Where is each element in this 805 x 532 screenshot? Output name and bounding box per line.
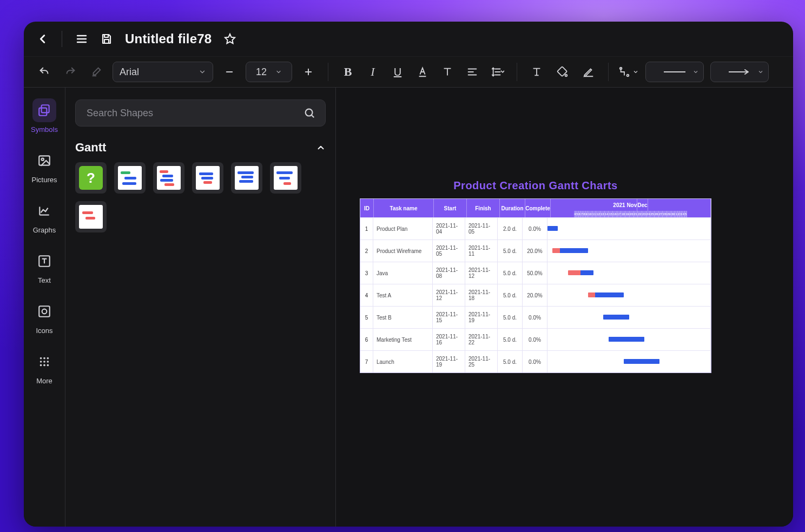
menu-button[interactable] <box>75 32 88 45</box>
day-tick: 13 <box>601 211 605 217</box>
file-title[interactable]: Untitled file78 <box>125 31 212 46</box>
pen-button[interactable] <box>579 62 598 82</box>
search-input[interactable] <box>85 107 296 119</box>
svg-point-28 <box>42 158 44 161</box>
gantt-row[interactable]: 7Launch2021-11-192021-11-255.0 d.0.0% <box>360 350 711 373</box>
gantt-row[interactable]: 6Marketing Test2021-11-162021-11-225.0 d… <box>360 328 711 350</box>
search-icon <box>303 107 315 119</box>
gantt-row[interactable]: 4Test A2021-11-122021-11-185.0 d.20.0% <box>360 284 711 306</box>
col-finish: Finish <box>467 199 500 217</box>
bold-button[interactable]: B <box>338 62 358 82</box>
rail-item-pictures[interactable]: Pictures <box>32 149 57 184</box>
rail-item-graphs[interactable]: Graphs <box>32 199 56 234</box>
insert-text-button[interactable] <box>527 62 546 82</box>
cell-id: 2 <box>360 240 373 262</box>
col-complete: Complete <box>525 199 551 217</box>
svg-point-38 <box>40 364 42 367</box>
shape-gantt-2[interactable] <box>153 162 184 194</box>
text-format-button[interactable] <box>438 62 457 82</box>
format-toolbar: Arial 12 B I U <box>24 57 793 88</box>
underline-button[interactable]: U <box>388 62 407 82</box>
cell-name: Test B <box>373 307 433 328</box>
shapes-panel: Gantt ? <box>65 88 336 527</box>
cell-id: 6 <box>360 329 373 350</box>
gantt-chart[interactable]: Product Creation Gantt Charts ID Task na… <box>360 179 711 373</box>
svg-point-34 <box>47 357 49 360</box>
back-button[interactable] <box>37 33 49 45</box>
shape-gantt-3[interactable] <box>192 162 223 194</box>
line-style-select[interactable] <box>645 62 704 82</box>
svg-rect-25 <box>42 105 49 112</box>
search-shapes[interactable] <box>75 99 326 127</box>
cell-timeline <box>547 351 711 373</box>
gantt-bar[interactable] <box>603 315 629 320</box>
gantt-bar[interactable] <box>547 226 558 231</box>
more-icon <box>32 350 56 374</box>
gantt-bar[interactable] <box>624 359 659 364</box>
svg-point-32 <box>40 357 42 360</box>
rail-item-icons[interactable]: Icons <box>32 300 56 335</box>
rail-label: More <box>36 377 52 385</box>
font-increase-button[interactable] <box>299 62 318 82</box>
cell-complete: 0.0% <box>523 351 547 373</box>
day-tick: 18 <box>621 211 625 217</box>
cell-start: 2021-11-04 <box>433 218 465 240</box>
fill-button[interactable] <box>553 62 572 82</box>
cell-id: 3 <box>360 262 373 284</box>
cell-finish: 2021-11-22 <box>465 329 498 350</box>
day-tick: 5 <box>685 211 687 217</box>
cell-duration: 2.0 d. <box>498 218 523 240</box>
gantt-bar[interactable] <box>552 248 588 253</box>
cell-timeline <box>547 262 711 284</box>
day-tick: 23 <box>642 211 646 217</box>
gantt-row[interactable]: 5Test B2021-11-152021-11-195.0 d.0.0% <box>360 306 711 328</box>
cell-start: 2021-11-16 <box>433 329 465 350</box>
cell-name: Product Wireframe <box>373 240 433 262</box>
connector-button[interactable] <box>618 62 639 82</box>
format-painter-button[interactable] <box>87 62 106 82</box>
toolbar-separator <box>517 63 517 81</box>
app-window: Untitled file78 Arial 12 <box>24 22 793 527</box>
chart-title: Product Creation Gantt Charts <box>360 179 711 192</box>
gantt-row[interactable]: 3Java2021-11-082021-11-125.0 d.50.0% <box>360 262 711 284</box>
svg-point-22 <box>627 75 629 77</box>
cell-name: Product Plan <box>373 218 433 240</box>
canvas[interactable]: Product Creation Gantt Charts ID Task na… <box>336 88 793 527</box>
font-size-select[interactable]: 12 <box>246 62 292 82</box>
font-family-select[interactable]: Arial <box>113 62 213 82</box>
shape-gantt-5[interactable] <box>270 162 301 194</box>
cell-duration: 5.0 d. <box>498 284 523 306</box>
chevron-down-icon <box>275 69 282 75</box>
shape-help[interactable]: ? <box>75 162 107 194</box>
save-button[interactable] <box>100 32 113 45</box>
col-name: Task name <box>374 199 434 217</box>
graphs-icon <box>32 199 56 223</box>
shape-gantt-1[interactable] <box>114 162 146 194</box>
category-header[interactable]: Gantt <box>75 141 326 155</box>
font-decrease-button[interactable] <box>220 62 239 82</box>
day-tick: 25 <box>650 211 655 217</box>
gantt-bar[interactable] <box>609 337 644 342</box>
gantt-row[interactable]: 2Product Wireframe2021-11-052021-11-115.… <box>360 240 711 262</box>
cell-id: 4 <box>360 284 373 306</box>
line-spacing-button[interactable] <box>487 62 507 82</box>
svg-point-39 <box>43 364 45 367</box>
rail-item-symbols[interactable]: Symbols <box>31 98 58 134</box>
italic-button[interactable]: I <box>363 62 382 82</box>
undo-button[interactable] <box>35 62 54 82</box>
favorite-button[interactable] <box>223 32 236 45</box>
shape-gantt-4[interactable] <box>231 162 262 194</box>
arrow-style-select[interactable] <box>710 62 769 82</box>
rail-item-more[interactable]: More <box>32 350 56 385</box>
rail-item-text[interactable]: Text <box>32 249 56 284</box>
divider <box>62 31 62 47</box>
align-button[interactable] <box>463 62 482 82</box>
font-color-button[interactable] <box>413 62 432 82</box>
cell-complete: 0.0% <box>523 329 547 350</box>
gantt-row[interactable]: 1Product Plan2021-11-042021-11-052.0 d.0… <box>360 217 711 240</box>
shape-gantt-6[interactable] <box>75 201 107 232</box>
gantt-bar[interactable] <box>588 292 624 297</box>
svg-point-37 <box>47 361 49 363</box>
redo-button[interactable] <box>61 62 80 82</box>
gantt-bar[interactable] <box>568 270 593 275</box>
